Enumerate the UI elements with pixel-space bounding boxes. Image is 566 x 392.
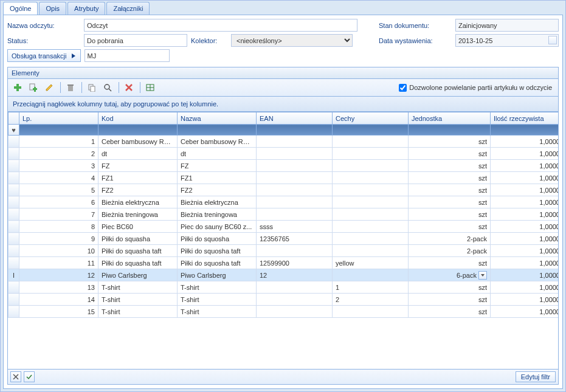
- cell-lp[interactable]: 1: [19, 136, 98, 148]
- cell-nazwa[interactable]: dt: [178, 148, 257, 160]
- table-row[interactable]: 8Piec BC60Piec do sauny BC60 z...ssssszt…: [9, 221, 559, 233]
- cell-jednostka[interactable]: szt: [409, 294, 491, 306]
- kolektor-select[interactable]: <nieokreślony>: [231, 34, 353, 47]
- edit-button[interactable]: [42, 81, 57, 94]
- cell-ean[interactable]: [257, 136, 333, 148]
- cell-ilosc[interactable]: 1,0000: [491, 196, 559, 208]
- apply-filter-button[interactable]: [24, 371, 35, 382]
- data-wystawienia-input[interactable]: [455, 34, 559, 47]
- delete-button[interactable]: [63, 81, 78, 94]
- cell-jednostka[interactable]: szt: [409, 306, 491, 318]
- cell-ilosc[interactable]: 1,0000: [491, 306, 559, 318]
- nazwa-odczytu-input[interactable]: [84, 19, 357, 32]
- dropdown-icon[interactable]: [478, 271, 487, 280]
- cell-ilosc[interactable]: 1,0000: [491, 221, 559, 233]
- table-row[interactable]: 13T-shirtT-shirt1szt1,0000: [9, 281, 559, 294]
- cell-lp[interactable]: 7: [19, 208, 98, 221]
- close-filter-button[interactable]: [10, 371, 21, 382]
- cell-jednostka[interactable]: szt: [409, 257, 491, 269]
- cell-nazwa[interactable]: Ceber bambusowy Rento: [178, 136, 257, 148]
- remove-button[interactable]: [122, 81, 136, 94]
- cell-kod[interactable]: Piłki do squasha: [98, 233, 178, 245]
- tab-ogolne[interactable]: Ogólne: [3, 2, 38, 15]
- col-kod[interactable]: Kod: [98, 112, 178, 125]
- cell-ilosc[interactable]: 1,0000: [491, 160, 559, 172]
- cell-ean[interactable]: [257, 160, 333, 172]
- cell-lp[interactable]: 15: [19, 306, 98, 318]
- cell-jednostka[interactable]: 2-pack: [409, 233, 491, 245]
- table-row[interactable]: I12Piwo CarlsbergPiwo Carlsberg126-pack1…: [9, 269, 559, 281]
- filter-kod[interactable]: [98, 125, 178, 136]
- cell-ilosc[interactable]: 1,0000: [491, 148, 559, 160]
- filter-ilosc[interactable]: [491, 125, 559, 136]
- cell-cechy[interactable]: [333, 269, 409, 281]
- cell-ean[interactable]: [257, 208, 333, 221]
- col-lp[interactable]: Lp.: [19, 112, 98, 125]
- cell-ean[interactable]: [257, 196, 333, 208]
- cell-lp[interactable]: 5: [19, 184, 98, 196]
- cell-ean[interactable]: [257, 281, 333, 294]
- cell-cechy[interactable]: [333, 196, 409, 208]
- col-jednostka[interactable]: Jednostka: [409, 112, 491, 125]
- cell-lp[interactable]: 3: [19, 160, 98, 172]
- edit-filter-button[interactable]: Edytuj filtr: [516, 371, 556, 382]
- cell-cechy[interactable]: 2: [333, 294, 409, 306]
- cell-jednostka[interactable]: szt: [409, 160, 491, 172]
- search-button[interactable]: [100, 81, 115, 94]
- table-row[interactable]: 11Piłki do squasha taftPiłki do squosha …: [9, 257, 559, 269]
- calendar-icon[interactable]: [548, 36, 557, 44]
- obsluga-transakcji-input[interactable]: [85, 49, 170, 62]
- cell-jednostka[interactable]: szt: [409, 184, 491, 196]
- cell-ean[interactable]: [257, 294, 333, 306]
- cell-jednostka[interactable]: szt: [409, 136, 491, 148]
- tab-zalaczniki[interactable]: Załączniki: [106, 2, 150, 15]
- cell-kod[interactable]: Bieżnia treningowa: [98, 208, 178, 221]
- filter-lp[interactable]: [19, 125, 98, 136]
- cell-lp[interactable]: 4: [19, 172, 98, 184]
- dozwolone-checkbox[interactable]: [399, 84, 407, 92]
- cell-ilosc[interactable]: 1,0000: [491, 294, 559, 306]
- cell-ean[interactable]: [257, 306, 333, 318]
- col-cechy[interactable]: Cechy: [333, 112, 409, 125]
- cell-ilosc[interactable]: 1,0000: [491, 245, 559, 257]
- table-row[interactable]: 3FZFZszt1,0000: [9, 160, 559, 172]
- cell-kod[interactable]: FZ: [98, 160, 178, 172]
- cell-nazwa[interactable]: Piłki do squosha taft: [178, 257, 257, 269]
- cell-ilosc[interactable]: 1,0000: [491, 184, 559, 196]
- cell-kod[interactable]: Piec BC60: [98, 221, 178, 233]
- cell-lp[interactable]: 2: [19, 148, 98, 160]
- cell-kod[interactable]: Piwo Carlsberg: [98, 269, 178, 281]
- cell-nazwa[interactable]: FZ1: [178, 172, 257, 184]
- obsluga-transakcji-button[interactable]: Obsługa transakcji: [7, 49, 81, 62]
- filter-nazwa[interactable]: [178, 125, 257, 136]
- cell-lp[interactable]: 8: [19, 221, 98, 233]
- table-row[interactable]: 14T-shirtT-shirt2szt1,0000: [9, 294, 559, 306]
- cell-nazwa[interactable]: FZ2: [178, 184, 257, 196]
- cell-kod[interactable]: T-shirt: [98, 281, 178, 294]
- cell-ilosc[interactable]: 1,0000: [491, 136, 559, 148]
- tab-atrybuty[interactable]: Atrybuty: [67, 2, 105, 15]
- cell-kod[interactable]: FZ2: [98, 184, 178, 196]
- table-row[interactable]: 10Piłki do squasha taftPiłki do squosha …: [9, 245, 559, 257]
- cell-jednostka[interactable]: szt: [409, 221, 491, 233]
- cell-kod[interactable]: T-shirt: [98, 294, 178, 306]
- cell-ean[interactable]: [257, 148, 333, 160]
- cell-kod[interactable]: Piłki do squasha taft: [98, 257, 178, 269]
- grid[interactable]: Lp. Kod Nazwa EAN Cechy Jednostka Ilość …: [8, 112, 558, 318]
- cell-lp[interactable]: 12: [19, 269, 98, 281]
- col-ilosc[interactable]: Ilość rzeczywista: [491, 112, 559, 125]
- cell-ilosc[interactable]: 1,0000: [491, 172, 559, 184]
- cell-cechy[interactable]: yellow: [333, 257, 409, 269]
- cell-kod[interactable]: Piłki do squasha taft: [98, 245, 178, 257]
- dozwolone-checkbox-wrap[interactable]: Dozwolone powielanie partii artykułu w o…: [399, 84, 552, 92]
- tab-opis[interactable]: Opis: [39, 2, 66, 15]
- table-row[interactable]: 7Bieżnia treningowaBieżnia treningowaszt…: [9, 208, 559, 221]
- cell-cechy[interactable]: [333, 184, 409, 196]
- cell-kod[interactable]: T-shirt: [98, 306, 178, 318]
- table-row[interactable]: 15T-shirtT-shirtszt1,0000: [9, 306, 559, 318]
- add-list-button[interactable]: [26, 81, 41, 94]
- cell-kod[interactable]: FZ1: [98, 172, 178, 184]
- cell-nazwa[interactable]: T-shirt: [178, 306, 257, 318]
- cell-ean[interactable]: 12356765: [257, 233, 333, 245]
- cell-nazwa[interactable]: Piwo Carlsberg: [178, 269, 257, 281]
